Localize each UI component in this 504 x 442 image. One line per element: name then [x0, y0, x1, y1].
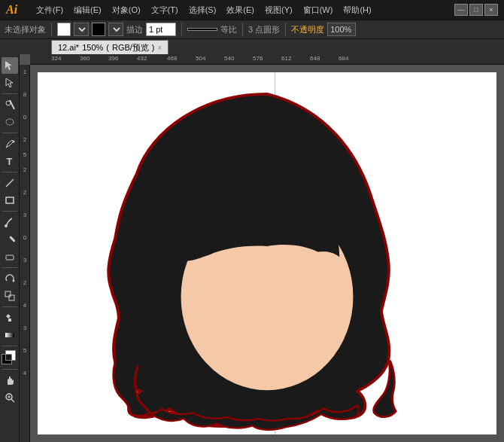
- divider-1: [51, 23, 52, 36]
- rect-tool[interactable]: [2, 192, 18, 209]
- paintbrush-tool[interactable]: [2, 214, 18, 230]
- rotate-tool[interactable]: [2, 270, 18, 287]
- canvas-main: 1 8 0 2 5 2 2 3 0 3 2 4 3 5 4: [20, 65, 504, 442]
- eraser-tool[interactable]: [2, 248, 18, 265]
- opacity-input[interactable]: [327, 23, 356, 36]
- menu-help[interactable]: 帮助(H): [339, 3, 375, 17]
- document-tab[interactable]: 12.ai* 150% ( RGB/预览 ) ×: [51, 40, 169, 54]
- proportion-label: 等比: [220, 24, 237, 35]
- menu-edit[interactable]: 编辑(E): [69, 3, 106, 17]
- tab-close-paren: ): [152, 43, 155, 52]
- svg-line-6: [6, 179, 14, 187]
- close-button[interactable]: ×: [484, 4, 498, 16]
- tool-separator-2: [2, 133, 17, 133]
- color-swatch-area: [2, 350, 18, 367]
- options-bar: 未选择对象 ▼ ▼ 描边 1 pt 等比 3 点圆形 不透明度: [0, 20, 504, 39]
- tool-separator-7: [2, 346, 17, 346]
- horizontal-ruler: 324 360 396 432 468 504 540 576 612 648 …: [30, 54, 504, 65]
- tool-separator-4: [2, 211, 17, 212]
- tool-separator-5: [2, 267, 17, 268]
- stroke-label: 描边: [126, 24, 143, 35]
- canvas-document: [38, 72, 496, 434]
- svg-rect-9: [9, 236, 15, 242]
- maximize-button[interactable]: □: [469, 4, 483, 16]
- tool-separator-1: [2, 93, 17, 94]
- gradient-tool[interactable]: [2, 327, 18, 343]
- svg-line-2: [10, 100, 14, 109]
- selection-label: 未选择对象: [5, 24, 46, 35]
- tool-separator-3: [2, 172, 17, 172]
- svg-marker-1: [6, 78, 13, 87]
- type-tool[interactable]: T: [2, 153, 18, 169]
- tab-zoom: 150%: [82, 43, 103, 52]
- menu-object[interactable]: 对象(O): [108, 3, 145, 17]
- divider-2: [181, 23, 182, 36]
- stroke-style-box[interactable]: [187, 28, 217, 31]
- eyedropper-tool[interactable]: [2, 309, 18, 326]
- svg-rect-13: [9, 295, 14, 300]
- menu-text[interactable]: 文字(T): [147, 3, 183, 17]
- svg-marker-0: [5, 61, 12, 70]
- line-tool[interactable]: [2, 175, 18, 191]
- svg-point-8: [5, 224, 8, 227]
- tool-separator-8: [2, 369, 17, 370]
- shape-label: 3 点圆形: [248, 24, 280, 35]
- menu-effect[interactable]: 效果(E): [222, 3, 259, 17]
- vertical-ruler: 1 8 0 2 5 2 2 3 0 3 2 4 3 5 4: [20, 65, 30, 442]
- selection-tool[interactable]: [2, 57, 18, 74]
- tab-colormode: (: [106, 43, 109, 52]
- direct-selection-tool[interactable]: [2, 75, 18, 91]
- menu-bar: 文件(F) 编辑(E) 对象(O) 文字(T) 选择(S) 效果(E) 视图(Y…: [32, 3, 448, 17]
- divider-4: [285, 23, 286, 36]
- toolbar: T: [0, 54, 20, 442]
- stroke-select[interactable]: ▼: [108, 23, 123, 36]
- fill-color-box[interactable]: [57, 23, 71, 36]
- opacity-label: 不透明度: [291, 24, 324, 35]
- svg-point-5: [12, 141, 14, 143]
- character-group: [108, 94, 396, 430]
- hand-tool[interactable]: [2, 372, 18, 389]
- svg-point-3: [6, 101, 11, 105]
- svg-line-17: [11, 399, 14, 402]
- fg-color-inner[interactable]: [5, 354, 12, 361]
- lasso-tool[interactable]: [2, 114, 18, 130]
- canvas-viewport[interactable]: [30, 65, 504, 442]
- canvas-area: 324 360 396 432 468 504 540 576 612 648 …: [20, 54, 504, 442]
- svg-rect-7: [6, 197, 14, 203]
- artwork-svg: [38, 72, 496, 434]
- fill-select[interactable]: ▼: [74, 23, 89, 36]
- divider-3: [242, 23, 243, 36]
- tab-bar: 12.ai* 150% ( RGB/预览 ) ×: [0, 39, 504, 54]
- title-bar: Ai 文件(F) 编辑(E) 对象(O) 文字(T) 选择(S) 效果(E) 视…: [0, 0, 504, 20]
- tool-separator-6: [2, 306, 17, 307]
- pen-tool[interactable]: [2, 136, 18, 152]
- menu-view[interactable]: 视图(Y): [260, 3, 297, 17]
- svg-rect-12: [5, 291, 11, 297]
- zoom-tool[interactable]: [2, 389, 18, 406]
- svg-rect-10: [6, 255, 14, 260]
- app-logo: Ai: [6, 3, 26, 17]
- svg-rect-15: [5, 333, 14, 337]
- menu-window[interactable]: 窗口(W): [299, 3, 338, 17]
- tab-filename: 12.ai*: [58, 43, 79, 52]
- tab-close-button[interactable]: ×: [158, 44, 162, 52]
- scale-tool[interactable]: [2, 288, 18, 304]
- menu-file[interactable]: 文件(F): [32, 3, 68, 17]
- menu-select[interactable]: 选择(S): [184, 3, 221, 17]
- minimize-button[interactable]: —: [454, 4, 468, 16]
- svg-point-4: [6, 119, 14, 125]
- window-controls: — □ ×: [454, 4, 498, 16]
- svg-rect-14: [8, 319, 11, 322]
- magic-wand-tool[interactable]: [2, 96, 18, 113]
- stroke-color-box[interactable]: [92, 23, 105, 36]
- tab-mode: RGB/预览: [112, 42, 149, 53]
- pencil-tool[interactable]: [2, 231, 18, 248]
- main-area: T: [0, 54, 504, 442]
- stroke-width-input[interactable]: 1 pt: [146, 23, 176, 36]
